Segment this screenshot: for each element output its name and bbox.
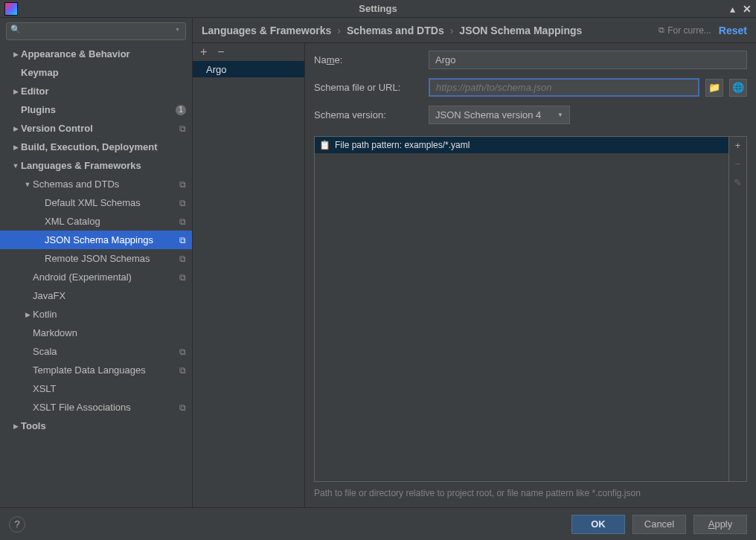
mapping-list: Argo bbox=[193, 61, 304, 507]
tree-item[interactable]: Schemas and DTDs⧉ bbox=[0, 175, 192, 193]
chevron-right-icon[interactable] bbox=[10, 125, 21, 132]
tree-item-label: Build, Execution, Deployment bbox=[21, 141, 186, 152]
tree-item-label: Template Data Languages bbox=[33, 364, 179, 376]
tree-item[interactable]: Editor bbox=[0, 82, 192, 100]
count-badge: 1 bbox=[176, 105, 186, 115]
tree-item-label: Editor bbox=[21, 86, 186, 97]
chevron-down-icon[interactable] bbox=[10, 162, 21, 170]
tree-item-label: Kotlin bbox=[33, 309, 186, 320]
tree-item[interactable]: Remote JSON Schemas⧉ bbox=[0, 249, 192, 268]
tree-item[interactable]: Build, Execution, Deployment bbox=[0, 138, 192, 156]
patterns-list: 📋 File path pattern: examples/*.yaml bbox=[315, 137, 728, 481]
tree-item[interactable]: Plugins1 bbox=[0, 100, 192, 119]
breadcrumb: Languages & Frameworks › Schemas and DTD… bbox=[202, 25, 651, 36]
project-scope-icon: ⧉ bbox=[179, 235, 186, 245]
folder-icon: 📁 bbox=[708, 82, 720, 93]
project-scope-icon: ⧉ bbox=[179, 216, 186, 227]
main-panel: Languages & Frameworks › Schemas and DTD… bbox=[193, 18, 756, 507]
tree-item[interactable]: Default XML Schemas⧉ bbox=[0, 193, 192, 212]
tree-item[interactable]: XSLT File Associations⧉ bbox=[0, 398, 192, 417]
edit-pattern-icon[interactable]: ✎ bbox=[734, 177, 742, 188]
tree-item[interactable]: Languages & Frameworks bbox=[0, 156, 192, 175]
tree-item-label: Schemas and DTDs bbox=[33, 179, 179, 190]
minimize-icon[interactable]: ▴ bbox=[730, 3, 735, 15]
tree-item[interactable]: Scala⧉ bbox=[0, 342, 192, 361]
hint-text: Path to file or directory relative to pr… bbox=[314, 482, 747, 500]
breadcrumb-part[interactable]: Schemas and DTDs bbox=[347, 25, 444, 36]
search-wrap bbox=[0, 18, 192, 45]
mapping-list-item[interactable]: Argo bbox=[193, 61, 304, 77]
tree-item[interactable]: JSON Schema Mappings⧉ bbox=[0, 231, 192, 249]
tree-item-label: Default XML Schemas bbox=[45, 197, 179, 208]
mapping-form: Name: Schema file or URL: 📁 🌐 Schema ver… bbox=[305, 43, 756, 507]
tree-item-label: Keymap bbox=[21, 67, 186, 78]
breadcrumb-part[interactable]: Languages & Frameworks bbox=[202, 25, 331, 36]
name-label: Name: bbox=[314, 54, 423, 65]
mapping-list-panel: + − Argo bbox=[193, 43, 305, 507]
tree-item-label: XSLT File Associations bbox=[33, 402, 179, 413]
project-scope-icon: ⧉ bbox=[179, 402, 186, 413]
patterns-tools: + − ✎ bbox=[728, 137, 746, 481]
tree-item[interactable]: JavaFX bbox=[0, 286, 192, 305]
chevron-right-icon[interactable] bbox=[22, 311, 33, 318]
chevron-right-icon[interactable] bbox=[10, 88, 21, 95]
project-scope-icon: ⧉ bbox=[179, 254, 186, 264]
add-pattern-icon[interactable]: + bbox=[735, 140, 741, 151]
window-title: Settings bbox=[0, 3, 756, 14]
ok-button[interactable]: OK bbox=[571, 515, 625, 534]
tree-item[interactable]: Tools bbox=[0, 417, 192, 435]
tree-item[interactable]: Appearance & Behavior bbox=[0, 45, 192, 63]
tree-item-label: Version Control bbox=[21, 123, 179, 134]
patterns-area: 📋 File path pattern: examples/*.yaml + −… bbox=[314, 136, 747, 482]
project-scope-icon: ⧉ bbox=[179, 347, 186, 357]
remove-icon[interactable]: − bbox=[217, 46, 224, 58]
chevron-right-icon[interactable] bbox=[10, 51, 21, 58]
chevron-right-icon[interactable] bbox=[10, 144, 21, 151]
tree-item[interactable]: XSLT bbox=[0, 379, 192, 398]
close-icon[interactable]: ✕ bbox=[743, 3, 752, 15]
remove-pattern-icon[interactable]: − bbox=[735, 158, 741, 170]
tree-item-label: Scala bbox=[33, 346, 179, 357]
pattern-row[interactable]: 📋 File path pattern: examples/*.yaml bbox=[315, 137, 728, 153]
tree-item-label: Plugins bbox=[21, 104, 176, 115]
pattern-icon: 📋 bbox=[319, 140, 330, 150]
scope-label: For curre... bbox=[667, 25, 711, 36]
tree-item[interactable]: Keymap bbox=[0, 63, 192, 82]
browse-file-button[interactable]: 📁 bbox=[705, 79, 723, 97]
help-button[interactable]: ? bbox=[9, 516, 25, 533]
schema-version-select[interactable]: JSON Schema version 4 bbox=[429, 106, 570, 124]
tree-item[interactable]: Markdown bbox=[0, 324, 192, 342]
tree-item[interactable]: Kotlin bbox=[0, 305, 192, 324]
globe-icon: 🌐 bbox=[732, 82, 744, 93]
tree-item-label: JavaFX bbox=[33, 290, 186, 301]
copy-icon: ⧉ bbox=[659, 25, 664, 35]
mapping-list-toolbar: + − bbox=[193, 43, 304, 61]
reset-link[interactable]: Reset bbox=[719, 25, 747, 36]
tree-item-label: Tools bbox=[21, 420, 186, 431]
chevron-right-icon[interactable] bbox=[10, 422, 21, 430]
tree-item[interactable]: XML Catalog⧉ bbox=[0, 212, 192, 231]
project-scope-icon: ⧉ bbox=[179, 198, 186, 208]
name-input[interactable] bbox=[429, 51, 747, 69]
add-icon[interactable]: + bbox=[200, 46, 207, 58]
tree-item[interactable]: Version Control⧉ bbox=[0, 119, 192, 138]
tree-item-label: XML Catalog bbox=[45, 216, 179, 227]
breadcrumb-part[interactable]: JSON Schema Mappings bbox=[459, 25, 582, 36]
breadcrumb-sep-icon: › bbox=[337, 25, 341, 36]
schema-file-label: Schema file or URL: bbox=[314, 82, 423, 93]
chevron-down-icon[interactable] bbox=[22, 181, 33, 188]
schema-url-input[interactable] bbox=[429, 78, 699, 97]
breadcrumb-sep-icon: › bbox=[450, 25, 454, 36]
browse-url-button[interactable]: 🌐 bbox=[729, 79, 747, 97]
tree-item-label: Android (Experimental) bbox=[33, 271, 179, 283]
dialog-footer: ? OK Cancel Apply bbox=[0, 507, 756, 540]
tree-item-label: Markdown bbox=[33, 327, 186, 338]
tree-item[interactable]: Android (Experimental)⧉ bbox=[0, 268, 192, 286]
apply-button[interactable]: Apply bbox=[693, 515, 747, 534]
tree-item-label: Appearance & Behavior bbox=[21, 48, 186, 60]
cancel-button[interactable]: Cancel bbox=[632, 515, 686, 534]
scope-indicator: ⧉ For curre... bbox=[659, 25, 711, 36]
titlebar: Settings ▴ ✕ bbox=[0, 0, 756, 18]
search-input[interactable] bbox=[6, 22, 186, 40]
tree-item[interactable]: Template Data Languages⧉ bbox=[0, 361, 192, 379]
